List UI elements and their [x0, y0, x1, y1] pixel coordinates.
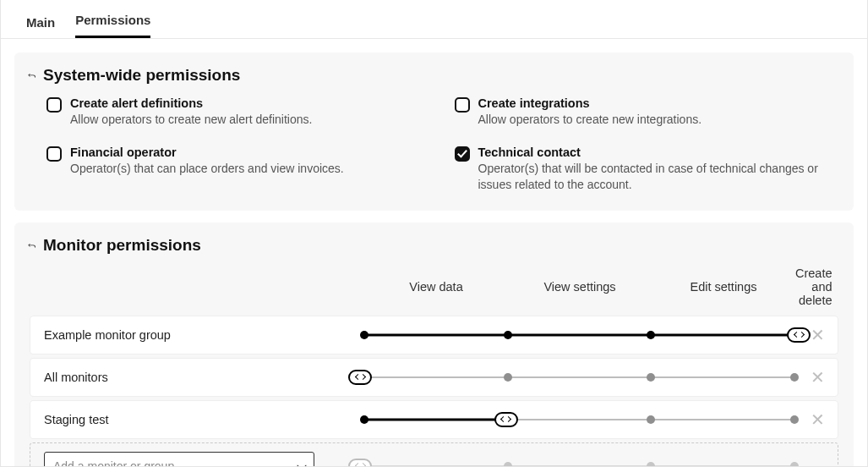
- perm-title: Create integrations: [478, 96, 702, 110]
- add-monitor-select[interactable]: Add a monitor or group...: [44, 452, 314, 467]
- perm-title: Technical contact: [478, 146, 839, 159]
- perm-desc: Allow operators to create new alert defi…: [70, 112, 312, 129]
- slider-handle[interactable]: [348, 370, 372, 385]
- tab-main[interactable]: Main: [26, 5, 55, 38]
- monitor-add-row: Add a monitor or group...: [30, 442, 838, 467]
- perm-create-integrations: Create integrations Allow operators to c…: [455, 96, 839, 129]
- permission-slider-disabled: [360, 462, 799, 467]
- monitor-row: Example monitor group ✕: [30, 316, 838, 354]
- system-heading: System-wide permissions: [43, 66, 240, 85]
- remove-row-button[interactable]: ✕: [805, 409, 829, 430]
- perm-desc: Operator(s) that can place orders and vi…: [70, 161, 344, 178]
- monitor-row: Staging test ✕: [30, 400, 838, 439]
- perm-desc: Operator(s) that will be contacted in ca…: [478, 161, 839, 194]
- perm-technical-contact: Technical contact Operator(s) that will …: [455, 146, 839, 194]
- permission-slider[interactable]: [360, 373, 799, 382]
- monitor-row-name: All monitors: [44, 371, 360, 384]
- checkbox-create-integrations[interactable]: [455, 97, 470, 113]
- collapse-icon[interactable]: ⤵: [27, 243, 37, 248]
- checkbox-financial-operator[interactable]: [46, 146, 62, 162]
- col-view-settings: View settings: [508, 280, 652, 294]
- monitor-permissions-panel: ⤵ Monitor permissions View data View set…: [14, 223, 854, 467]
- perm-create-alert-definitions: Create alert definitions Allow operators…: [46, 96, 431, 129]
- system-permissions-panel: ⤵ System-wide permissions Create alert d…: [14, 52, 854, 211]
- perm-title: Create alert definitions: [70, 96, 312, 110]
- checkbox-create-alert-definitions[interactable]: [46, 97, 62, 113]
- perm-title: Financial operator: [70, 146, 344, 159]
- permission-slider[interactable]: [360, 331, 799, 339]
- slider-handle[interactable]: [787, 327, 811, 343]
- monitor-row: All monitors ✕: [30, 358, 838, 397]
- perm-financial-operator: Financial operator Operator(s) that can …: [46, 146, 431, 194]
- monitor-heading: Monitor permissions: [43, 236, 201, 255]
- tab-bar: Main Permissions: [1, 0, 867, 39]
- perm-desc: Allow operators to create new integratio…: [478, 112, 702, 129]
- permission-slider[interactable]: [360, 415, 799, 424]
- col-view-data: View data: [364, 280, 508, 294]
- tab-permissions[interactable]: Permissions: [75, 3, 150, 38]
- add-monitor-placeholder: Add a monitor or group...: [53, 459, 184, 467]
- monitor-row-name: Staging test: [44, 413, 360, 426]
- monitor-row-name: Example monitor group: [44, 328, 360, 342]
- slider-handle-disabled: [348, 459, 372, 467]
- col-edit-settings: Edit settings: [652, 280, 795, 294]
- remove-row-button[interactable]: ✕: [805, 367, 829, 387]
- checkbox-technical-contact[interactable]: [455, 146, 470, 162]
- monitor-column-headers: View data View settings Edit settings Cr…: [30, 266, 838, 316]
- collapse-icon[interactable]: ⤵: [27, 73, 37, 78]
- slider-handle[interactable]: [494, 412, 518, 427]
- col-create-delete: Create and delete: [795, 266, 838, 307]
